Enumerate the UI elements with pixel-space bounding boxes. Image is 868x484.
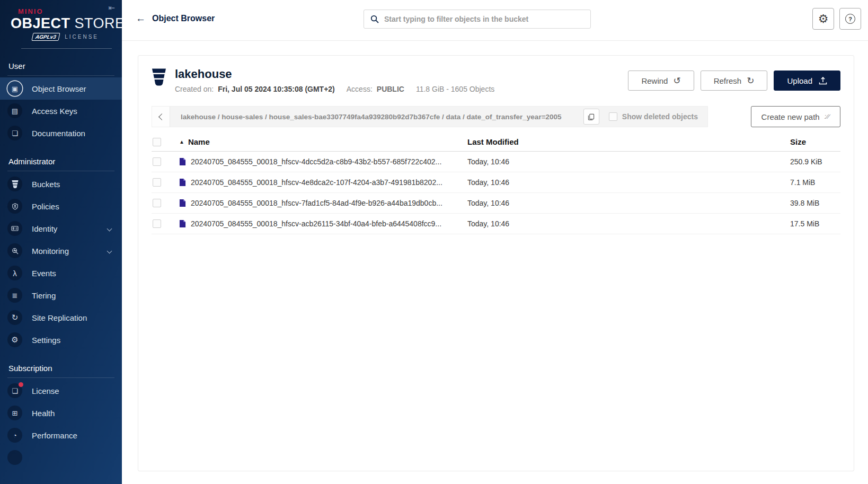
sidebar-item-access-keys[interactable]: ▤ Access Keys: [0, 100, 122, 122]
access-label: Access:: [347, 85, 373, 93]
created-label: Created on:: [175, 85, 214, 93]
search-input[interactable]: [384, 15, 584, 23]
show-deleted-checkbox[interactable]: [609, 112, 617, 121]
copy-icon: [588, 113, 595, 120]
divider: [7, 75, 114, 76]
breadcrumb-back-button[interactable]: [152, 107, 170, 127]
sidebar-collapse-icon[interactable]: ⇤: [108, 3, 115, 13]
object-modified: Today, 10:46: [467, 199, 790, 207]
sidebar-item-label: Object Browser: [32, 84, 86, 93]
bucket-actions: Rewind ↺ Refresh ↻ Upload: [628, 71, 840, 91]
license-label: LICENSE: [65, 34, 99, 40]
copy-path-button[interactable]: [583, 109, 599, 125]
license-icon: ❏: [7, 383, 22, 398]
main-area: ← Object Browser ⚙ ? lakehous: [122, 0, 868, 484]
object-size: 17.5 MiB: [790, 219, 840, 228]
breadcrumb-bar: lakehouse / house-sales / house_sales-ba…: [170, 107, 707, 127]
sidebar-item-health[interactable]: ⊞ Health: [0, 402, 122, 424]
sort-asc-icon: ▲: [179, 139, 184, 145]
sidebar-item-documentation[interactable]: ❏ Documentation: [0, 122, 122, 144]
sidebar-item-performance[interactable]: ◔ Performance: [0, 424, 122, 446]
object-link[interactable]: 20240705_084555_00018_hfscv-4e8dca2c-107…: [179, 178, 467, 187]
gear-icon: ⚙: [7, 332, 22, 347]
health-icon: ⊞: [7, 406, 22, 420]
select-all-checkbox[interactable]: [153, 138, 161, 146]
brand-name: MINIO: [18, 7, 114, 15]
sidebar-section-user: User ▣ Object Browser ▤ Access Keys ❏ Do…: [0, 58, 122, 144]
column-header-last-modified[interactable]: Last Modified: [467, 137, 790, 146]
sidebar-item-object-browser[interactable]: ▣ Object Browser: [0, 77, 122, 100]
object-browser-icon: ▣: [7, 81, 22, 96]
settings-button[interactable]: ⚙: [812, 8, 834, 30]
object-modified: Today, 10:46: [467, 219, 790, 228]
sidebar-item-label: Documentation: [32, 129, 85, 138]
topbar-title-group: ← Object Browser: [136, 13, 215, 24]
bucket-usage: 11.8 GiB - 1605 Objects: [416, 85, 494, 93]
sidebar-item-label: Policies: [32, 202, 59, 211]
access-value: PUBLIC: [377, 85, 404, 93]
column-header-size[interactable]: Size: [790, 137, 840, 146]
sidebar-item-buckets[interactable]: Buckets: [0, 173, 122, 195]
bucket-icon: [152, 68, 166, 88]
monitoring-icon: [7, 243, 22, 258]
sidebar-item-partial[interactable]: [0, 446, 122, 469]
circle-icon: [7, 450, 22, 465]
back-arrow-icon[interactable]: ←: [136, 13, 146, 24]
row-checkbox[interactable]: [153, 157, 161, 166]
table-row: 20240705_084555_00018_hfscv-4e8dca2c-107…: [152, 172, 840, 193]
sidebar: ⇤ MINIO OBJECT STORE AGPLv3 LICENSE User…: [0, 0, 122, 484]
column-header-name[interactable]: ▲ Name: [179, 137, 467, 146]
topbar-actions: ⚙ ?: [812, 8, 861, 30]
table-row: 20240705_084555_00018_hfscv-4dcc5d2a-c8b…: [152, 152, 840, 172]
objects-table: ▲ Name Last Modified Size 20240705_08455…: [152, 133, 840, 234]
rewind-button[interactable]: Rewind ↺: [628, 71, 694, 91]
create-new-path-button[interactable]: Create new path :∕∕: [751, 106, 840, 127]
breadcrumb-path[interactable]: lakehouse / house-sales / house_sales-ba…: [181, 113, 574, 121]
sidebar-item-events[interactable]: λ Events: [0, 262, 122, 284]
access-keys-icon: ▤: [7, 103, 22, 118]
sidebar-item-label: Identity: [32, 224, 57, 233]
show-deleted-label: Show deleted objects: [622, 112, 698, 121]
row-checkbox[interactable]: [153, 178, 161, 187]
sidebar-section-administrator: Administrator Buckets Policies Identity: [0, 154, 122, 351]
sidebar-item-site-replication[interactable]: ↻ Site Replication: [0, 306, 122, 329]
app-window: ⇤ MINIO OBJECT STORE AGPLv3 LICENSE User…: [0, 0, 868, 484]
bucket-header: lakehouse Created on: Fri, Jul 05 2024 1…: [138, 56, 854, 102]
bucket-name: lakehouse: [175, 67, 494, 81]
object-link[interactable]: 20240705_084555_00018_hfscv-acb26115-34b…: [179, 219, 467, 228]
help-button[interactable]: ?: [839, 8, 861, 30]
chevron-left-icon: [158, 113, 165, 120]
file-icon: [179, 199, 186, 207]
upload-button[interactable]: Upload: [774, 71, 840, 91]
minio-logo: MINIO OBJECT STORE AGPLv3 LICENSE: [0, 0, 122, 49]
buckets-icon: [7, 177, 22, 191]
chevron-down-icon[interactable]: [107, 226, 112, 231]
bucket-browser-card: lakehouse Created on: Fri, Jul 05 2024 1…: [138, 55, 854, 471]
layers-icon: ≣: [7, 288, 22, 303]
sidebar-item-identity[interactable]: Identity: [0, 217, 122, 240]
object-link[interactable]: 20240705_084555_00018_hfscv-7fad1cf5-84a…: [179, 199, 467, 207]
breadcrumb: lakehouse / house-sales / house_sales-ba…: [152, 106, 708, 127]
sidebar-item-settings[interactable]: ⚙ Settings: [0, 329, 122, 351]
chevron-down-icon[interactable]: [107, 248, 112, 253]
refresh-button[interactable]: Refresh ↻: [701, 71, 768, 91]
sidebar-item-label: Tiering: [32, 291, 56, 300]
divider: [21, 48, 112, 49]
row-checkbox[interactable]: [153, 199, 161, 207]
sidebar-item-monitoring[interactable]: Monitoring: [0, 240, 122, 262]
lambda-icon: λ: [7, 266, 22, 280]
agpl-badge: AGPLv3: [32, 33, 60, 41]
object-link[interactable]: 20240705_084555_00018_hfscv-4dcc5d2a-c8b…: [179, 157, 467, 166]
shield-icon: [7, 199, 22, 214]
divider: [7, 377, 114, 378]
table-header: ▲ Name Last Modified Size: [152, 133, 840, 152]
section-label: Administrator: [0, 154, 122, 171]
sidebar-item-license[interactable]: ❏ License: [0, 380, 122, 402]
sidebar-item-policies[interactable]: Policies: [0, 195, 122, 217]
sidebar-item-label: Access Keys: [32, 107, 77, 116]
topbar: ← Object Browser ⚙ ?: [122, 0, 868, 41]
sidebar-item-tiering[interactable]: ≣ Tiering: [0, 284, 122, 306]
divider: [7, 171, 114, 171]
row-checkbox[interactable]: [153, 219, 161, 228]
product-name: OBJECT STORE: [11, 15, 114, 31]
